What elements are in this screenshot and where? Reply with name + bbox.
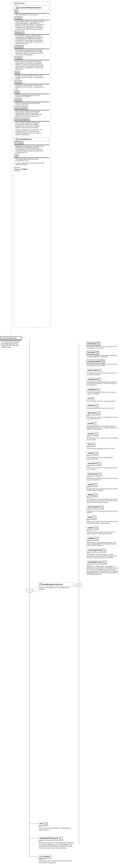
element-box: fileName+: [87, 404, 99, 407]
expand-icon[interactable]: +: [97, 343, 99, 345]
element-name: origRep: [88, 537, 94, 539]
element-role: role+The role of the Item in the editori…: [87, 397, 132, 402]
expand-icon[interactable]: +: [92, 516, 95, 519]
expand-icon[interactable]: +: [94, 494, 96, 496]
connector: [22, 338, 26, 338]
element-name: versionCreated: [88, 360, 101, 362]
element-name: edNote: [88, 452, 94, 454]
expand-icon[interactable]: +: [94, 452, 97, 454]
element-title: title+0..∞A short natural language name …: [87, 442, 132, 450]
element-occ: 0..∞: [87, 540, 132, 542]
element-signal: signal+0..∞An instruction to the process…: [87, 483, 132, 491]
element-box: profile+: [87, 422, 97, 425]
expand-icon[interactable]: +: [95, 537, 98, 539]
element-expires: expires+0..∞The date and time after whic…: [87, 526, 132, 535]
element-occ: 0..∞: [87, 455, 132, 457]
link-element: link +: [38, 822, 47, 826]
attr-desc: The date (and, optionally, the time) whe…: [15, 50, 45, 56]
element-desc: A note addressed to the editorial people…: [87, 457, 119, 460]
element-desc: The publishing status of the Item, its v…: [87, 392, 119, 395]
element-box: edNote+: [87, 452, 98, 455]
element-name: instanceOf: [88, 473, 97, 475]
link-name: link: [39, 823, 43, 825]
zig: [15, 13, 50, 14]
element-desc: The name and version of the software too…: [87, 416, 119, 420]
expand-icon[interactable]: +: [94, 527, 97, 529]
expand-icon[interactable]: +: [98, 378, 100, 380]
attr-desc: Specifies the language of this property …: [15, 146, 45, 154]
expand-icon[interactable]: +: [103, 561, 105, 563]
attr-howuri: howuriIndicates by which means the value…: [15, 81, 50, 89]
expand-icon[interactable]: +: [97, 412, 99, 414]
element-box: instanceOf+: [87, 472, 101, 476]
expand-icon[interactable]: +: [98, 473, 100, 475]
element-occ: 0..∞: [87, 415, 132, 416]
element-name: incomingFeedId: [88, 549, 102, 551]
element-name: firstCreated: [88, 369, 98, 371]
expand-icon[interactable]: +: [44, 823, 46, 825]
element-hash: hash+0..∞Hash value of parts of an item …: [87, 516, 132, 524]
ext-occ: 0..∞: [38, 840, 77, 842]
expand-icon[interactable]: +: [94, 422, 96, 425]
attributes-label: attributes: [18, 2, 25, 4]
element-desc: A short natural language name for the It…: [87, 448, 119, 450]
expand-icon[interactable]: +: [91, 443, 94, 445]
element-occ: 0..∞: [87, 446, 132, 448]
element-name: expires: [88, 527, 94, 529]
attr-list: idThe local identifier of the property.c…: [15, 10, 50, 128]
expand-icon[interactable]: +: [97, 389, 100, 391]
element-desc: The role of the Item in the editorial wo…: [87, 400, 119, 402]
element-versionCreated: versionCreated+The date and time on whic…: [87, 360, 132, 367]
attr-dir: dirThe directionality of textual content…: [15, 154, 50, 162]
element-box: origRep+: [87, 536, 99, 540]
link-occ: 0..∞: [38, 826, 73, 827]
element-desc: The identifier of an incoming feed. A fe…: [87, 554, 119, 558]
element-name: altRep: [88, 494, 93, 496]
expand-icon[interactable]: +: [94, 433, 97, 435]
ext-name: itemMetaExtProperty: [39, 837, 58, 839]
element-pubStatus: pubStatus+The publishing status of the I…: [87, 388, 132, 395]
element-box: generator+: [87, 411, 100, 415]
zig: [15, 20, 50, 20]
group-commonpower: grp commonPowerAttributes: [15, 5, 49, 10]
expand-icon[interactable]: +: [98, 462, 100, 465]
element-occ: 0..∞: [87, 465, 132, 467]
element-metadataCreator: metadataCreator+0..∞Specifies the entity…: [87, 560, 132, 575]
element-name: hash: [88, 516, 92, 518]
expand-icon[interactable]: +: [102, 360, 104, 363]
branch-icon: ⊟: [15, 2, 17, 5]
element-name: memberOf: [88, 462, 97, 464]
attr-desc: If the attribute is empty, specifies whi…: [15, 35, 45, 44]
element-embargoed: embargoed+The date and time before which…: [87, 377, 132, 386]
connector: [32, 591, 38, 591]
element-desc: The date and time on which the first ver…: [87, 372, 119, 376]
element-box: embargoed+: [87, 377, 102, 381]
element-box: signal+: [87, 483, 97, 486]
any-label2: any: [39, 856, 43, 858]
attr-desc: Indicates by which means the value was e…: [15, 75, 45, 80]
expand-icon[interactable]: +: [102, 549, 105, 551]
expand-icon[interactable]: +: [59, 837, 61, 839]
attr-name: pubconstraint: [15, 106, 27, 110]
root-desc: A set of properties directly associated …: [0, 341, 22, 348]
element-fileName: fileName+The recommended file name for t…: [87, 404, 132, 409]
sequence-compositor: ···: [26, 589, 32, 592]
attr-desc: Why the metadata has been included - exp…: [15, 94, 45, 98]
expand-icon[interactable]: +: [95, 352, 98, 354]
element-box: hash+: [87, 516, 96, 519]
element-occ: 0..∞: [87, 552, 132, 554]
zig: [15, 94, 50, 94]
expand-icon[interactable]: +: [92, 397, 94, 400]
attributes-container: ⊟ attributes grp commonPowerAttributes i…: [14, 1, 50, 328]
attr-creator: creatorIf the property value is not defi…: [15, 17, 50, 30]
attr-desc: The directionality of textual content (e…: [15, 158, 45, 162]
expand-icon[interactable]: +: [96, 404, 98, 407]
element-name: embargoed: [88, 378, 98, 380]
element-profile: profile+This property provides informati…: [87, 422, 132, 430]
expand-icon[interactable]: +: [100, 506, 102, 508]
group-mgmt: ⊟ ItemManagementGroup: [38, 582, 73, 586]
expand-icon[interactable]: +: [99, 369, 101, 372]
attr-desc: If the property value is not defined, sp…: [15, 21, 45, 30]
expand-icon[interactable]: +: [93, 484, 96, 486]
attr-why: whyWhy the metadata has been included - …: [15, 90, 50, 98]
